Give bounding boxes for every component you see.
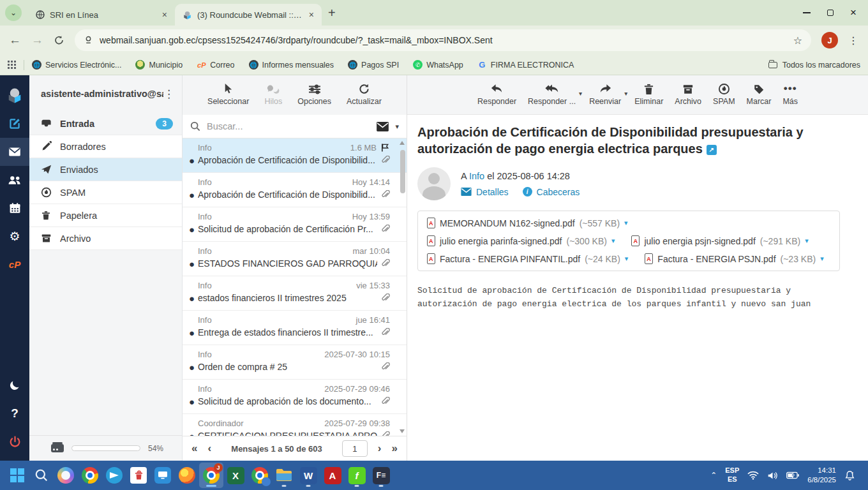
taskbar-search-button[interactable] [29,463,54,488]
message-row[interactable]: Infovie 15:33 ●estados financieros II tr… [183,276,407,311]
scroll-down-icon[interactable] [400,429,405,433]
minimize-button[interactable] [803,12,811,13]
remote-desktop-button[interactable] [151,463,175,488]
clock[interactable]: 14:316/8/2025 [807,466,836,485]
attachment-menu-caret-icon[interactable]: ▾ [624,219,628,227]
recipient-link[interactable]: Info [469,171,484,181]
contacts-nav-button[interactable] [0,166,29,194]
reply-all-button[interactable]: Responder ... [522,81,581,106]
notification-bell-icon[interactable]: z [844,470,855,481]
logout-icon[interactable] [0,427,29,456]
all-bookmarks-button[interactable]: Todos los marcadores [768,61,860,70]
reload-icon[interactable] [54,35,64,46]
bookmark-servicios[interactable]: 🌐Servicios Electrónic... [32,60,121,70]
firefox-button[interactable] [175,463,199,488]
bookmark-informes[interactable]: 🌐Informes mensuales [249,60,334,70]
last-page-icon[interactable]: » [392,442,398,455]
attachment-item[interactable]: Factura - ENERGIA PINFANTIL.pdf(~24 KB)▾ [427,253,628,264]
next-page-icon[interactable]: › [378,442,382,455]
acrobat-button[interactable]: A [320,463,345,488]
compose-button[interactable] [0,110,29,138]
bookmark-municipio[interactable]: Municipio [135,60,183,70]
message-row[interactable]: Info2025-07-29 09:46 ●Solicitud de aprob… [183,380,407,414]
message-row[interactable]: InfoHoy 13:59 ●Solicitud de aprobación d… [183,207,407,242]
help-icon[interactable]: ? [0,399,29,427]
tab-search-button[interactable]: ⌄ [5,4,22,21]
site-settings-icon[interactable] [84,36,93,45]
tab-close-icon[interactable]: × [308,10,315,20]
volume-icon[interactable] [767,471,778,480]
maximize-button[interactable] [827,10,834,16]
tab-roundcube[interactable]: (3) Roundcube Webmail :: Envia × [175,4,322,26]
cpanel-nav-button[interactable]: cP [0,250,29,278]
start-button[interactable] [5,463,29,488]
message-row[interactable]: Info2025-07-30 10:15 ●Orden de compra # … [183,345,407,380]
attachment-item[interactable]: Factura - ENERGIA PSJN.pdf(~23 KB)▾ [645,253,823,264]
scroll-up-icon[interactable] [400,141,405,145]
search-options-caret-icon[interactable]: ▾ [395,122,399,131]
refresh-button[interactable]: Actualizar [341,81,387,106]
bookmark-pagos[interactable]: 🌐Pagos SPI [348,60,399,70]
folder-trash[interactable]: Papelera [29,204,182,227]
bookmark-correo[interactable]: cPCorreo [197,60,234,70]
attachment-menu-caret-icon[interactable]: ▾ [820,255,824,263]
url-bar[interactable]: webmail.sanjuan.gob.ec/cpsess1525424746/… [75,29,811,51]
message-row[interactable]: Coordinador2025-07-29 09:38 ●CERTIFICACI… [183,414,407,436]
recycle-bin-button[interactable] [126,463,151,488]
language-indicator[interactable]: ESPES [725,466,739,484]
message-row[interactable]: InfoHoy 14:14 ●Aprobación de Certificaci… [183,173,407,207]
message-row[interactable]: Info1.6 MB ●Aprobación de Certificación … [183,138,407,173]
folder-spam[interactable]: SPAM [29,181,182,204]
spam-button[interactable]: SPAM [707,81,741,106]
tray-expand-icon[interactable]: ⌃ [710,471,717,480]
telegram-button[interactable] [102,463,126,488]
more-button[interactable]: ••• Más [777,81,804,106]
settings-nav-button[interactable]: ⚙ [0,222,29,250]
url-text[interactable]: webmail.sanjuan.gob.ec/cpsess1525424746/… [100,35,787,45]
chrome-button[interactable] [78,463,102,488]
attachment-item[interactable]: julio energia parinfa-signed.pdf(~300 KB… [427,235,615,246]
prev-page-icon[interactable]: ‹ [207,442,211,455]
list-scrollbar[interactable] [400,150,405,193]
apps-grid-icon[interactable] [8,61,16,69]
forward-button[interactable]: Reenviar [583,81,627,106]
folder-archive[interactable]: Archivo [29,227,182,250]
select-button[interactable]: Seleccionar [202,81,255,106]
reply-all-caret-icon[interactable]: ▾ [579,90,582,97]
file-explorer-button[interactable] [272,463,296,488]
profile-avatar[interactable]: J [821,32,838,48]
new-tab-button[interactable]: + [328,6,336,20]
copilot-button[interactable] [54,463,78,488]
excel-button[interactable]: X [223,463,248,488]
threads-button[interactable]: Hilos [258,81,288,106]
battery-icon[interactable] [786,471,799,479]
attachment-menu-caret-icon[interactable]: ▾ [611,237,615,245]
bookmark-whatsapp[interactable]: ✆WhatsApp [413,60,463,70]
bookmark-firma[interactable]: GFIRMA ELECTRONICA [477,60,574,70]
open-in-new-window-icon[interactable]: ↗ [707,145,717,155]
folder-drafts[interactable]: Borradores [29,135,182,158]
page-number-input[interactable]: 1 [342,440,368,457]
archive-button[interactable]: Archivo [669,81,707,106]
chrome-profile2-button[interactable] [248,463,272,488]
word-button[interactable]: W [296,463,320,488]
attachment-item[interactable]: julio energia psjn-signed.pdf(~291 KB)▾ [631,235,808,246]
folder-sent[interactable]: Enviados [29,158,182,181]
reply-button[interactable]: Responder [472,81,522,106]
details-link[interactable]: Detalles [461,187,509,197]
mail-nav-button[interactable] [0,138,29,166]
browser-menu-icon[interactable]: ⋮ [848,34,859,47]
search-scope-envelope-icon[interactable] [377,122,389,131]
delete-button[interactable]: Eliminar [629,81,669,106]
back-icon[interactable]: ← [9,33,21,47]
message-row[interactable]: Infomar 10:04 ●ESTADOS FINANCIEROS GAD P… [183,242,407,276]
dark-mode-icon[interactable] [0,371,29,399]
close-button[interactable]: × [850,10,857,16]
forward-icon[interactable]: → [31,33,43,47]
firmaec-button[interactable]: F≡ [369,463,393,488]
calendar-nav-button[interactable] [0,194,29,222]
options-button[interactable]: Opciones [292,81,337,106]
firma-fx-button[interactable]: f [345,463,369,488]
folder-inbox[interactable]: Entrada 3 [29,112,182,135]
tab-close-icon[interactable]: × [161,10,168,20]
